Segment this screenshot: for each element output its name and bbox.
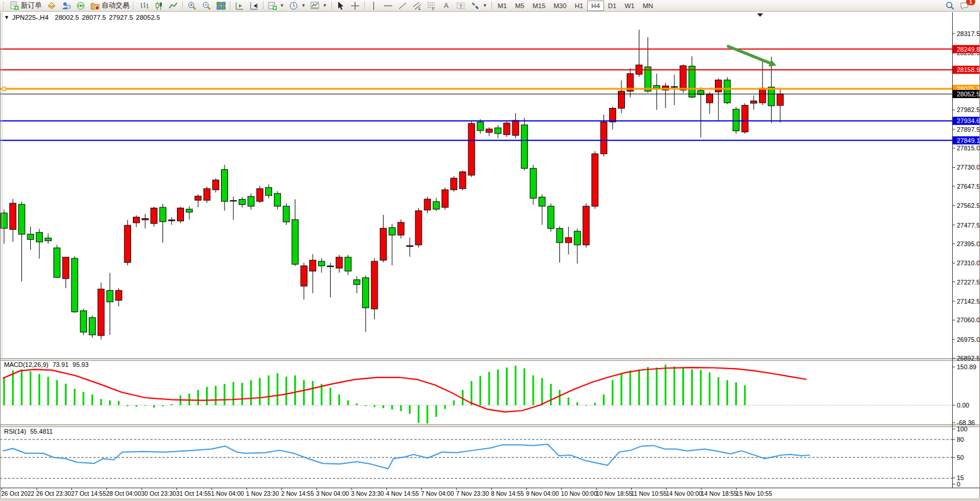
timeframe-M15[interactable]: M15	[529, 1, 549, 11]
time-tick-label: 4 Nov 14:55	[386, 490, 419, 497]
macd-histogram-bar	[515, 366, 516, 405]
bull-candle	[424, 199, 431, 210]
signals-icon[interactable]	[73, 1, 88, 11]
price-tick-label: 27395.0	[957, 240, 980, 247]
svg-text:F: F	[432, 6, 435, 10]
toolbar-drag-handle[interactable]	[133, 2, 136, 10]
macd-histogram-bar	[700, 370, 701, 405]
arrows-shapes-button[interactable]: ▼	[468, 0, 490, 12]
macd-histogram-bar	[374, 405, 375, 407]
timeframe-MN[interactable]: MN	[639, 1, 657, 11]
price-tick-label: 27982.5	[957, 106, 980, 113]
macd-histogram-bar	[206, 387, 208, 405]
trendline-icon[interactable]	[396, 1, 410, 11]
bull-candle	[10, 203, 16, 229]
horizontal-line-icon[interactable]	[381, 1, 396, 11]
time-tick-label: 3 Nov 04:00	[316, 490, 349, 497]
macd-histogram-bar	[197, 390, 199, 405]
time-tick-label: 27 Oct 14:55	[71, 490, 106, 497]
mql-editor-icon[interactable]	[44, 1, 59, 11]
chart-shift-icon[interactable]	[247, 1, 261, 11]
price-tick-label: 27227.5	[957, 279, 980, 286]
chart-bars-icon[interactable]	[137, 1, 151, 11]
text-icon[interactable]: A	[439, 1, 454, 11]
timeframe-M1[interactable]: M1	[494, 1, 511, 11]
bull-candle	[204, 189, 210, 200]
chart-line-icon[interactable]	[166, 1, 180, 11]
ohlc-collapse-arrow[interactable]: ▼	[4, 15, 9, 20]
time-tick-label: 26 Oct 23:30	[36, 490, 71, 497]
macd-histogram-bar	[426, 405, 428, 424]
auto-trading-button[interactable]: 自动交易	[88, 0, 132, 12]
toolbar-separator	[364, 1, 365, 10]
macd-histogram-bar	[506, 367, 508, 405]
line-anchor-handle[interactable]	[2, 87, 6, 91]
bear-candle	[389, 228, 395, 235]
chat-button[interactable]: 1	[957, 0, 972, 12]
crosshair-icon[interactable]	[348, 1, 363, 11]
chart-candles-icon[interactable]	[151, 1, 166, 11]
bear-candle	[319, 261, 325, 266]
bear-candle	[71, 258, 78, 312]
price-badge-label: 27849.1	[957, 137, 980, 144]
period-button[interactable]: ▼	[287, 0, 308, 12]
templates-button[interactable]: ▼	[308, 0, 330, 12]
panel-splitter[interactable]	[0, 359, 980, 361]
bull-candle	[583, 206, 590, 245]
bull-candle	[124, 225, 131, 262]
zoom-out-icon[interactable]	[199, 1, 214, 11]
macd-histogram-bar	[489, 372, 490, 405]
time-tick-label: 10 Nov 18:55	[596, 490, 632, 497]
bear-candle	[239, 199, 245, 204]
toolbar-separator	[491, 1, 492, 10]
time-tick-label: 26 Oct 2022	[1, 490, 34, 497]
price-tick-label: 27060.0	[957, 316, 980, 323]
bear-candle	[274, 193, 281, 206]
bear-candle	[54, 248, 60, 277]
toolbar-drag-handle[interactable]	[3, 2, 6, 10]
bull-candle	[133, 217, 140, 223]
chart-symbol: JPN225-,H4	[12, 14, 49, 21]
rsi-scale-label: 100	[957, 426, 967, 432]
time-tick-label: 1 Nov 04:00	[211, 490, 244, 497]
macd-histogram-bar	[12, 370, 14, 405]
new-chart-button[interactable]: ▼	[265, 0, 287, 12]
timeframe-D1[interactable]: D1	[604, 1, 621, 11]
text-label-icon[interactable]: T	[454, 1, 468, 11]
macd-histogram-bar	[74, 389, 75, 405]
bull-candle	[486, 129, 493, 132]
new-order-button[interactable]: 新订单	[7, 0, 44, 12]
fibonacci-icon[interactable]: F	[425, 1, 439, 11]
vertical-line-icon[interactable]	[367, 1, 381, 11]
market-icon[interactable]	[59, 1, 73, 11]
timeframe-M5[interactable]: M5	[511, 1, 529, 11]
timeframe-H4[interactable]: H4	[587, 1, 604, 11]
bear-candle	[645, 67, 651, 91]
chart-canvas[interactable]: 28317.528232.527982.527897.527815.027730…	[0, 0, 980, 501]
timeframe-M30[interactable]: M30	[549, 1, 570, 11]
auto-scroll-icon[interactable]	[232, 1, 247, 11]
macd-histogram-bar	[612, 380, 613, 405]
macd-label: MACD(12,26,9) 73.91 95.93	[4, 361, 91, 368]
toolbar-separator	[230, 1, 230, 10]
price-tick-label: 28317.5	[957, 30, 980, 37]
macd-histogram-bar	[3, 377, 5, 405]
toolbar-separator	[331, 1, 332, 10]
macd-histogram-bar	[171, 404, 172, 405]
macd-histogram-bar	[656, 367, 657, 405]
search-icon[interactable]	[943, 1, 957, 11]
cursor-icon[interactable]	[334, 1, 348, 11]
zoom-in-icon[interactable]	[185, 1, 199, 11]
bull-candle	[380, 228, 386, 260]
equidistant-channel-icon[interactable]: E	[410, 1, 425, 11]
time-tick-label: 2 Nov 14:55	[281, 490, 314, 497]
timeframe-H1[interactable]: H1	[570, 1, 587, 11]
panel-splitter[interactable]	[0, 425, 980, 427]
tile-windows-icon[interactable]	[214, 1, 228, 11]
macd-histogram-bar	[550, 384, 552, 405]
timeframe-W1[interactable]: W1	[621, 1, 639, 11]
price-tick-label: 27730.0	[957, 164, 980, 171]
macd-histogram-bar	[189, 394, 190, 405]
macd-histogram-bar	[709, 372, 711, 405]
macd-histogram-bar	[56, 380, 58, 405]
